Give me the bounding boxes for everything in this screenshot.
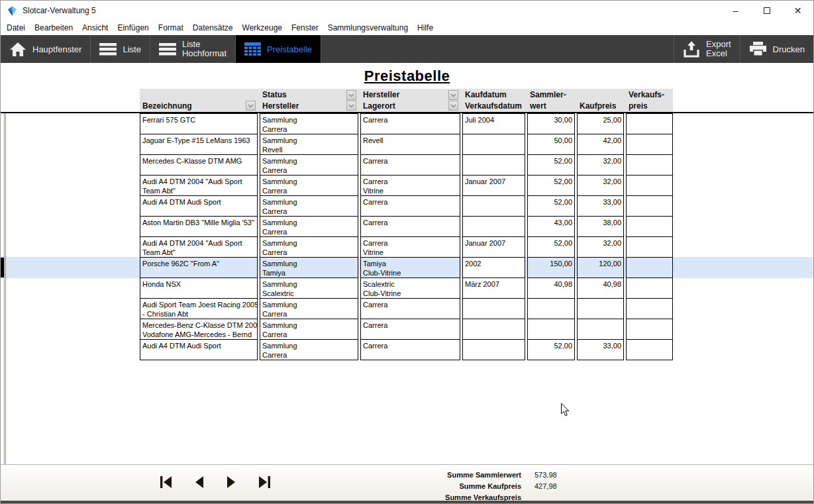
cell-verkaufspreis[interactable]	[626, 154, 673, 176]
nav-last-button[interactable]	[258, 476, 271, 491]
cell-kaufdatum[interactable]: Juli 2004	[462, 113, 525, 134]
cell-status[interactable]: Sammlung Carrera	[260, 113, 358, 134]
cell-status[interactable]: Sammlung Carrera	[260, 236, 358, 258]
table-row[interactable]: Honda NSX Sammlung Scalextric Scalextric…	[1, 277, 813, 299]
cell-kaufpreis[interactable]: 32,00	[577, 154, 624, 176]
cell-status[interactable]: Sammlung Carrera	[260, 339, 358, 360]
cell-sammlerwert[interactable]: 52,00	[527, 175, 575, 196]
cell-kaufpreis[interactable]: 25,00	[577, 113, 624, 134]
header-sammlerwert[interactable]: Sammler- wert	[527, 89, 575, 112]
cell-sammlerwert[interactable]	[527, 298, 575, 319]
cell-kaufdatum[interactable]	[462, 298, 525, 319]
cell-status[interactable]: Sammlung Carrera	[260, 216, 358, 237]
cell-bezeichnung[interactable]: Aston Martin DB3 "Mille Miglia '53"	[140, 216, 258, 237]
filter-dropdown-button[interactable]	[246, 101, 256, 111]
nav-next-button[interactable]	[227, 476, 236, 491]
cell-kaufdatum[interactable]: Januar 2007	[462, 236, 525, 258]
cell-kaufdatum[interactable]	[462, 134, 525, 155]
cell-status[interactable]: Sammlung Scalextric	[260, 277, 358, 299]
menu-hilfe[interactable]: Hilfe	[413, 23, 438, 32]
menu-datensaetze[interactable]: Datensätze	[188, 23, 238, 32]
cell-hersteller-lagerort[interactable]: Carrera Vitrine	[360, 236, 460, 258]
header-status-hersteller[interactable]: Status Hersteller	[260, 89, 358, 112]
cell-verkaufspreis[interactable]	[626, 195, 673, 217]
cell-bezeichnung[interactable]: Audi A4 DTM 2004 "Audi Sport Team Abt"	[140, 175, 258, 196]
menu-bearbeiten[interactable]: Bearbeiten	[30, 23, 77, 32]
cell-bezeichnung[interactable]: Mercedes C-Klasse DTM AMG	[140, 154, 258, 176]
cell-verkaufspreis[interactable]	[626, 339, 673, 360]
cell-verkaufspreis[interactable]	[626, 319, 673, 340]
cell-hersteller-lagerort[interactable]: Carrera	[360, 298, 460, 319]
cell-status[interactable]: Sammlung Carrera	[260, 319, 358, 340]
cell-kaufpreis[interactable]: 33,00	[577, 339, 624, 360]
maximize-button[interactable]	[751, 1, 782, 21]
cell-bezeichnung[interactable]: Audi A4 DTM Audi Sport	[140, 195, 258, 217]
cell-sammlerwert[interactable]: 52,00	[527, 236, 575, 258]
cell-sammlerwert[interactable]: 40,98	[527, 277, 575, 299]
preistabelle-button[interactable]: Preistabelle	[236, 35, 321, 63]
cell-kaufdatum[interactable]	[462, 195, 525, 217]
cell-hersteller-lagerort[interactable]: Carrera	[360, 319, 460, 340]
cell-verkaufspreis[interactable]	[626, 236, 673, 258]
cell-bezeichnung[interactable]: Ferrari 575 GTC	[140, 113, 258, 134]
cell-verkaufspreis[interactable]	[626, 134, 673, 155]
cell-hersteller-lagerort[interactable]: Carrera	[360, 339, 460, 360]
table-row[interactable]: Audi Sport Team Joest Racing 2005 - Chri…	[1, 298, 813, 319]
table-row[interactable]: Jaguar E-Type #15 LeMans 1963 Sammlung R…	[1, 134, 813, 155]
header-bezeichnung[interactable]: Bezeichnung	[140, 89, 258, 112]
cell-verkaufspreis[interactable]	[626, 257, 673, 278]
cell-verkaufspreis[interactable]	[626, 298, 673, 319]
header-kaufpreis[interactable]: Kaufpreis	[577, 89, 624, 112]
cell-status[interactable]: Sammlung Tamiya	[260, 257, 358, 278]
cell-hersteller-lagerort[interactable]: Carrera Vitrine	[360, 175, 460, 196]
nav-previous-button[interactable]	[195, 476, 204, 491]
header-kaufdatum[interactable]: Kaufdatum Verkaufsdatum	[462, 89, 525, 112]
filter-dropdown-button[interactable]	[346, 90, 356, 100]
cell-status[interactable]: Sammlung Carrera	[260, 154, 358, 176]
table-row[interactable]: Mercedes-Benz C-Klasse DTM 2006 Vodafone…	[1, 319, 813, 340]
cell-hersteller-lagerort[interactable]: Carrera	[360, 195, 460, 217]
cell-verkaufspreis[interactable]	[626, 277, 673, 299]
cell-status[interactable]: Sammlung Carrera	[260, 298, 358, 319]
hauptfenster-button[interactable]: Hauptfenster	[1, 35, 91, 63]
liste-button[interactable]: Liste	[91, 35, 150, 63]
cell-bezeichnung[interactable]: Mercedes-Benz C-Klasse DTM 2006 Vodafone…	[140, 319, 258, 340]
menu-fenster[interactable]: Fenster	[287, 23, 323, 32]
cell-kaufdatum[interactable]: 2002	[462, 257, 525, 278]
cell-kaufpreis[interactable]: 42,00	[577, 134, 624, 155]
cell-hersteller-lagerort[interactable]: Tamiya Club-Vitrine	[360, 257, 460, 278]
menu-sammlungsverwaltung[interactable]: Sammlungsverwaltung	[323, 23, 413, 32]
cell-sammlerwert[interactable]: 50,00	[527, 134, 575, 155]
cell-sammlerwert[interactable]: 52,00	[527, 339, 575, 360]
cell-status[interactable]: Sammlung Revell	[260, 134, 358, 155]
cell-kaufpreis[interactable]	[577, 298, 624, 319]
table-row[interactable]: Mercedes C-Klasse DTM AMG Sammlung Carre…	[1, 154, 813, 176]
menu-format[interactable]: Format	[154, 23, 188, 32]
nav-first-button[interactable]	[160, 476, 172, 491]
cell-sammlerwert[interactable]: 52,00	[527, 195, 575, 217]
cell-kaufpreis[interactable]: 40,98	[577, 277, 624, 299]
close-button[interactable]: ✕	[782, 1, 813, 21]
cell-kaufdatum[interactable]: Januar 2007	[462, 175, 525, 196]
table-row[interactable]: Ferrari 575 GTC Sammlung Carrera Carrera…	[1, 113, 813, 134]
menu-ansicht[interactable]: Ansicht	[77, 23, 113, 32]
filter-dropdown-button[interactable]	[448, 90, 458, 100]
cell-bezeichnung[interactable]: Honda NSX	[140, 277, 258, 299]
cell-kaufpreis[interactable]: 32,00	[577, 175, 624, 196]
table-row[interactable]: Aston Martin DB3 "Mille Miglia '53" Samm…	[1, 216, 813, 237]
menu-einfuegen[interactable]: Einfügen	[113, 23, 153, 32]
liste-hochformat-button[interactable]: Liste Hochformat	[150, 35, 236, 63]
cell-hersteller-lagerort[interactable]: Scalextric Club-Vitrine	[360, 277, 460, 299]
cell-bezeichnung[interactable]: Audi A4 DTM Audi Sport	[140, 339, 258, 360]
cell-kaufdatum[interactable]	[462, 154, 525, 176]
cell-bezeichnung[interactable]: Porsche 962C "From A"	[140, 257, 258, 278]
table-row[interactable]: Audi A4 DTM Audi Sport Sammlung Carrera …	[1, 195, 813, 217]
cell-sammlerwert[interactable]: 43,00	[527, 216, 575, 237]
table-row[interactable]: Porsche 962C "From A" Sammlung Tamiya Ta…	[1, 257, 813, 278]
cell-bezeichnung[interactable]: Audi A4 DTM 2004 "Audi Sport Team Abt"	[140, 236, 258, 258]
cell-kaufpreis[interactable]: 33,00	[577, 195, 624, 217]
cell-kaufpreis[interactable]	[577, 319, 624, 340]
header-verkaufspreis[interactable]: Verkaufs- preis	[626, 89, 673, 112]
cell-kaufdatum[interactable]	[462, 339, 525, 360]
cell-status[interactable]: Sammlung Carrera	[260, 195, 358, 217]
